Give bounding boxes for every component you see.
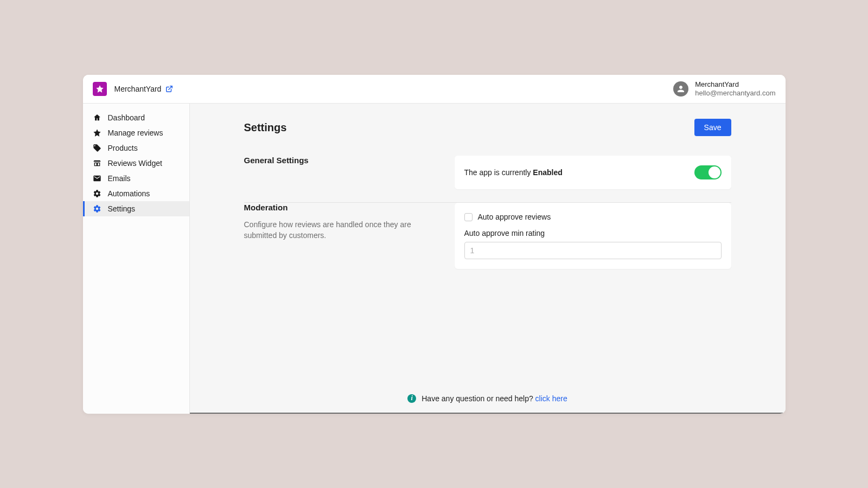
- general-settings-section: General Settings The app is currently En…: [244, 156, 731, 202]
- sidebar-item-settings[interactable]: Settings: [83, 201, 189, 216]
- app-enabled-toggle[interactable]: [694, 165, 722, 179]
- star-icon: [93, 129, 101, 137]
- body: Dashboard Manage reviews Products Review…: [83, 104, 786, 414]
- gear-icon: [93, 189, 101, 198]
- brand-logo-icon: [93, 82, 107, 96]
- sidebar-item-dashboard[interactable]: Dashboard: [83, 110, 189, 125]
- auto-approve-row: Auto approve reviews: [464, 213, 722, 221]
- sidebar: Dashboard Manage reviews Products Review…: [83, 104, 190, 414]
- save-button[interactable]: Save: [694, 119, 731, 136]
- user-name: MerchantYard: [695, 80, 775, 89]
- brand-link[interactable]: MerchantYard: [114, 85, 174, 93]
- main-content: Settings Save General Settings The app i…: [190, 104, 786, 386]
- sidebar-item-label: Products: [108, 144, 138, 152]
- app-window: MerchantYard MerchantYard hello@merchant…: [83, 75, 786, 414]
- gear-icon: [93, 204, 101, 213]
- sidebar-item-automations[interactable]: Automations: [83, 186, 189, 201]
- footer-inner: i Have any question or need help? click …: [407, 394, 567, 403]
- auto-approve-checkbox[interactable]: [464, 213, 473, 221]
- footer-help-link[interactable]: click here: [535, 394, 567, 403]
- sidebar-item-label: Dashboard: [108, 113, 145, 122]
- sidebar-item-emails[interactable]: Emails: [83, 171, 189, 186]
- brand-name: MerchantYard: [114, 85, 162, 93]
- external-link-icon: [165, 85, 173, 93]
- section-description: Configure how reviews are handled once t…: [244, 220, 435, 241]
- home-icon: [93, 113, 101, 122]
- general-card: The app is currently Enabled: [455, 156, 731, 189]
- sidebar-item-reviews-widget[interactable]: Reviews Widget: [83, 156, 189, 171]
- auto-approve-label: Auto approve reviews: [478, 213, 551, 221]
- moderation-section: Moderation Configure how reviews are han…: [244, 203, 731, 282]
- sidebar-item-label: Automations: [108, 189, 150, 198]
- sidebar-item-manage-reviews[interactable]: Manage reviews: [83, 125, 189, 140]
- min-rating-label: Auto approve min rating: [464, 229, 722, 237]
- page-title: Settings: [244, 121, 287, 134]
- status-text: The app is currently Enabled: [464, 168, 563, 177]
- footer-text-wrap: Have any question or need help? click he…: [422, 394, 567, 403]
- user-email: hello@merchantyard.com: [695, 89, 775, 98]
- section-right: Auto approve reviews Auto approve min ra…: [455, 203, 731, 269]
- tag-icon: [93, 144, 101, 152]
- status-row: The app is currently Enabled: [464, 165, 722, 179]
- info-icon: i: [407, 394, 416, 403]
- header-left: MerchantYard: [93, 82, 174, 96]
- status-value: Enabled: [533, 168, 562, 177]
- sidebar-item-label: Settings: [108, 204, 136, 213]
- sidebar-item-label: Emails: [108, 174, 131, 183]
- user-avatar-icon[interactable]: [673, 81, 688, 97]
- main: Settings Save General Settings The app i…: [190, 104, 786, 414]
- storefront-icon: [93, 159, 101, 168]
- title-row: Settings Save: [244, 119, 731, 136]
- footer-text: Have any question or need help?: [422, 394, 535, 403]
- mail-icon: [93, 174, 101, 183]
- header-bar: MerchantYard MerchantYard hello@merchant…: [83, 75, 786, 104]
- sidebar-item-products[interactable]: Products: [83, 140, 189, 156]
- sidebar-item-label: Manage reviews: [108, 129, 163, 137]
- sidebar-item-label: Reviews Widget: [108, 159, 162, 168]
- section-left: General Settings: [244, 156, 435, 172]
- toggle-knob: [709, 166, 720, 178]
- footer: i Have any question or need help? click …: [190, 386, 786, 413]
- section-right: The app is currently Enabled: [455, 156, 731, 189]
- section-left: Moderation Configure how reviews are han…: [244, 203, 435, 241]
- moderation-card: Auto approve reviews Auto approve min ra…: [455, 203, 731, 269]
- min-rating-input[interactable]: [464, 242, 722, 259]
- user-info: MerchantYard hello@merchantyard.com: [695, 80, 775, 98]
- svg-line-0: [169, 86, 172, 89]
- section-title: General Settings: [244, 156, 435, 165]
- status-prefix: The app is currently: [464, 168, 533, 177]
- header-right: MerchantYard hello@merchantyard.com: [673, 80, 775, 98]
- section-title: Moderation: [244, 203, 435, 212]
